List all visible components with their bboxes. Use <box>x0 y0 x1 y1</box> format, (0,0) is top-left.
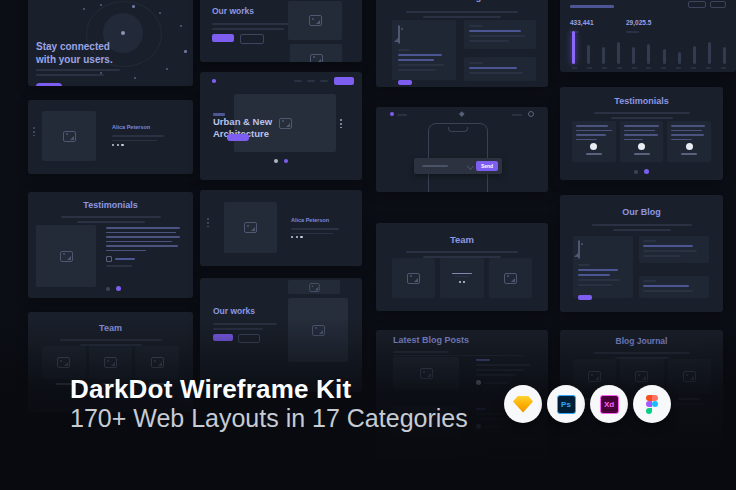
menu-dots-icon[interactable] <box>33 127 35 136</box>
image-placeholder <box>288 1 342 40</box>
rating-dots <box>291 236 303 238</box>
read-more-button[interactable] <box>578 295 592 300</box>
image-placeholder <box>224 202 277 253</box>
stat-value: 29,025.5 <box>626 19 651 26</box>
image-placeholder-icon <box>309 283 319 292</box>
testimonial-name: Alica Peterson <box>112 124 150 130</box>
card-heading: Blog Journal <box>560 336 723 346</box>
image-placeholder-icon[interactable] <box>635 371 648 382</box>
image-placeholder-icon[interactable] <box>683 371 696 382</box>
avatar[interactable] <box>476 424 481 429</box>
bar-chart <box>572 30 726 64</box>
testimonial-tile[interactable] <box>620 121 664 162</box>
bar-chart-axis <box>572 67 726 69</box>
chart-bar <box>708 42 711 64</box>
card-heading: Our Blog <box>376 0 548 2</box>
wireframe-card-blog-top: Our Blog <box>376 0 548 87</box>
wireframe-card-dashboard: 433,441 29,025.5 <box>560 0 736 72</box>
wireframe-card-testimonial-small: Alica Peterson <box>200 190 362 266</box>
card-heading: Team <box>28 323 193 333</box>
image-placeholder-icon[interactable] <box>57 357 70 368</box>
blog-post-card[interactable] <box>639 276 709 298</box>
testimonial-tile[interactable] <box>667 121 711 162</box>
quote-skeleton <box>106 227 182 267</box>
chart-bar <box>693 46 696 64</box>
nav-center-icon <box>459 111 464 116</box>
menu-dots-icon[interactable] <box>340 119 342 128</box>
blog-post-card[interactable] <box>464 20 536 49</box>
carousel-dots[interactable] <box>106 286 121 291</box>
card-heading: Our Blog <box>560 207 723 217</box>
image-placeholder-icon[interactable] <box>504 273 517 284</box>
wireframe-card-works-top: Our works <box>200 0 362 62</box>
works-cta-button[interactable] <box>213 334 233 341</box>
chart-bar <box>647 44 650 64</box>
chart-bar <box>572 31 575 64</box>
testimonial-grid <box>572 121 711 162</box>
nav-link-skeleton[interactable] <box>512 114 522 116</box>
wireframe-card-testimonials-row: Testimonials <box>560 87 723 180</box>
xd-badge: Xd <box>590 385 628 423</box>
team-member-tile[interactable] <box>489 258 532 298</box>
testimonial-tile[interactable] <box>572 121 616 162</box>
avatar[interactable] <box>638 143 645 150</box>
wireframe-card-hero: Stay connected with your users. <box>28 0 193 86</box>
hero-heading-line2: with your users. <box>36 53 128 66</box>
slide-cta-button[interactable] <box>227 134 249 141</box>
dashboard-title-skeleton <box>570 5 614 8</box>
image-placeholder-icon[interactable] <box>588 371 601 382</box>
card-heading: Testimonials <box>28 200 193 210</box>
post-entry[interactable] <box>476 359 534 385</box>
blog-post-card[interactable] <box>392 20 456 80</box>
send-button[interactable]: Send <box>476 161 498 171</box>
image-placeholder-icon[interactable] <box>407 273 420 284</box>
hero-cta-button[interactable] <box>36 83 62 86</box>
quote-mark-icon <box>106 256 112 262</box>
logo-dot <box>212 79 216 83</box>
image-placeholder-icon[interactable] <box>578 240 580 259</box>
sketch-icon <box>513 396 533 413</box>
card-heading: Team <box>376 234 548 245</box>
avatar[interactable] <box>528 111 534 117</box>
logo-dot <box>390 112 394 116</box>
dashboard-filter-button[interactable] <box>710 1 726 8</box>
text-skeleton <box>393 351 449 353</box>
carousel-dots[interactable] <box>200 159 362 163</box>
figma-badge <box>633 385 671 423</box>
menu-dots-icon[interactable] <box>207 218 209 227</box>
wireframe-card-testimonials-split: Testimonials <box>28 192 193 298</box>
carousel-dots[interactable] <box>560 169 723 174</box>
avatar[interactable] <box>476 380 481 385</box>
dashboard-filter-button[interactable] <box>688 1 706 8</box>
image-placeholder-icon[interactable] <box>104 357 117 368</box>
card-heading: Our works <box>212 6 254 16</box>
text-skeleton <box>112 132 168 141</box>
works-secondary-button[interactable] <box>240 34 264 44</box>
team-member-tile[interactable] <box>440 258 483 298</box>
hero-heading-line1: Stay connected <box>36 40 128 53</box>
nav-cta-button[interactable] <box>334 77 354 85</box>
image-placeholder-icon <box>310 54 323 63</box>
blog-post-card[interactable] <box>573 236 633 298</box>
card-heading: Our works <box>213 306 255 316</box>
avatar[interactable] <box>590 143 597 150</box>
blog-post-card[interactable] <box>464 57 536 81</box>
divider <box>393 355 523 356</box>
email-input[interactable] <box>422 165 448 167</box>
read-more-button[interactable] <box>398 80 412 85</box>
page-title: DarkDot Wireframe Kit <box>70 374 351 405</box>
text-skeleton <box>560 349 723 359</box>
image-placeholder-icon[interactable] <box>151 357 164 368</box>
journal-tile[interactable] <box>668 359 711 394</box>
works-cta-button[interactable] <box>212 34 234 42</box>
avatar[interactable] <box>686 143 693 150</box>
team-grid <box>392 258 532 298</box>
image-placeholder-icon[interactable] <box>398 25 400 44</box>
works-secondary-button[interactable] <box>238 334 260 343</box>
image-placeholder <box>288 280 340 294</box>
blog-post-card[interactable] <box>639 236 709 263</box>
team-member-tile[interactable] <box>392 258 435 298</box>
image-placeholder-icon <box>312 325 325 336</box>
nav-links[interactable] <box>294 80 328 82</box>
wireframe-card-urban: Urban & New Architecture <box>200 72 362 180</box>
